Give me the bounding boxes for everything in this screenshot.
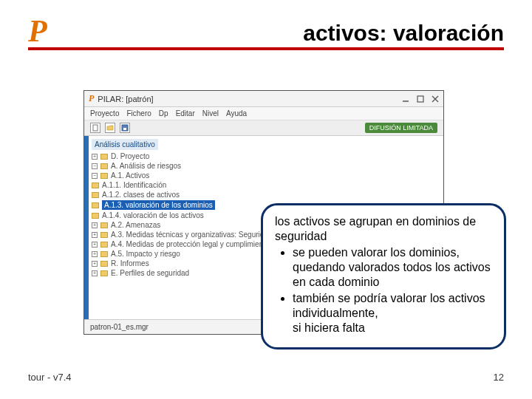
toggle-icon[interactable]: +	[92, 154, 98, 160]
toolbar: DIFUSIÓN LIMITADA	[84, 120, 443, 136]
tree-label: A.1.2. clases de activos	[102, 191, 180, 199]
folder-icon	[100, 261, 108, 267]
menu-fichero[interactable]: Fichero	[126, 109, 151, 117]
tree-item-a12[interactable]: A.1.2. clases de activos	[92, 190, 439, 200]
menubar: Proyecto Fichero Dp Editar Nivel Ayuda	[84, 107, 443, 120]
callout-bullet-1: se pueden valorar los dominios, quedando…	[293, 245, 492, 290]
tree-label: A.5. Impacto y riesgo	[111, 250, 180, 258]
new-icon[interactable]	[90, 123, 100, 133]
tree-item-a-analisis[interactable]: −A. Análisis de riesgos	[92, 161, 439, 171]
menu-ayuda[interactable]: Ayuda	[226, 109, 247, 117]
callout-text: si hiciera falta	[293, 321, 365, 334]
callout-text: se pueden valorar los dominios, quedando…	[293, 246, 491, 288]
menu-dp[interactable]: Dp	[159, 109, 168, 117]
toggle-icon[interactable]: +	[92, 242, 98, 248]
tree-label-selected: A.1.3. valoración de los dominios	[102, 200, 215, 210]
toggle-icon[interactable]: −	[92, 173, 98, 179]
tree-item-a1[interactable]: −A.1. Activos	[92, 171, 439, 180]
folder-icon	[92, 183, 99, 188]
app-icon: P	[89, 93, 94, 104]
menu-editar[interactable]: Editar	[176, 109, 195, 117]
logo: P P	[28, 13, 47, 49]
folder-icon	[92, 202, 99, 208]
close-icon[interactable]	[432, 95, 439, 103]
menu-nivel[interactable]: Nivel	[202, 109, 219, 117]
callout-lead: los activos se agrupan en dominios de se…	[275, 214, 492, 244]
page-title: activos: valoración	[303, 21, 504, 46]
tree-item-d-proyecto[interactable]: +D. Proyecto	[92, 151, 439, 161]
save-icon[interactable]	[120, 123, 130, 133]
tree-label: R. Informes	[111, 259, 149, 267]
tree-label: A.3. Medidas técnicas y organizativas: S…	[111, 231, 282, 239]
toggle-icon[interactable]: +	[92, 251, 98, 257]
folder-icon	[100, 270, 108, 276]
callout-text: también se podría valorar los activos in…	[293, 292, 485, 319]
divider	[28, 47, 504, 50]
toggle-icon[interactable]: −	[92, 163, 98, 169]
toggle-icon[interactable]: +	[92, 270, 98, 276]
folder-icon	[92, 192, 99, 198]
folder-icon	[100, 222, 108, 228]
folder-icon	[100, 232, 108, 238]
tree-label: D. Proyecto	[111, 152, 149, 160]
svg-rect-4	[93, 125, 98, 131]
svg-rect-1	[417, 96, 423, 102]
menu-proyecto[interactable]: Proyecto	[90, 109, 119, 117]
open-icon[interactable]	[105, 123, 115, 133]
diffusion-badge: DIFUSIÓN LIMITADA	[365, 123, 437, 133]
folder-icon	[100, 242, 108, 248]
tree-label: A.2. Amenazas	[111, 221, 160, 229]
folder-icon	[100, 251, 108, 257]
callout: los activos se agrupan en dominios de se…	[261, 203, 506, 349]
svg-rect-6	[123, 128, 126, 130]
titlebar: P PILAR: [patrón]	[84, 91, 443, 107]
folder-icon	[100, 163, 108, 169]
window-title: PILAR: [patrón]	[98, 95, 153, 103]
tree-item-a11[interactable]: A.1.1. Identificación	[92, 180, 439, 190]
tree-label: E. Perfiles de seguridad	[111, 269, 189, 277]
tree-label: A.4. Medidas de protección legal y cumpl…	[111, 240, 285, 248]
folder-icon	[100, 154, 108, 160]
folder-icon	[92, 213, 99, 219]
callout-bullet-2: también se podría valorar los activos in…	[293, 291, 492, 335]
tree-label: A.1.1. Identificación	[102, 181, 166, 189]
tree-root[interactable]: Análisis cualitativo	[92, 139, 158, 150]
tree-label: A.1. Activos	[111, 171, 149, 180]
toggle-icon[interactable]: +	[92, 261, 98, 267]
maximize-icon[interactable]	[417, 95, 424, 103]
tree-label: A. Análisis de riesgos	[111, 162, 181, 170]
tree-label: A.1.4. valoración de los activos	[102, 211, 204, 219]
minimize-icon[interactable]	[402, 95, 409, 103]
toggle-icon[interactable]: +	[92, 232, 98, 238]
page-number: 12	[494, 372, 504, 383]
toggle-icon[interactable]: +	[92, 222, 98, 228]
footer-left: tour - v7.4	[28, 372, 72, 383]
folder-icon	[100, 173, 108, 179]
